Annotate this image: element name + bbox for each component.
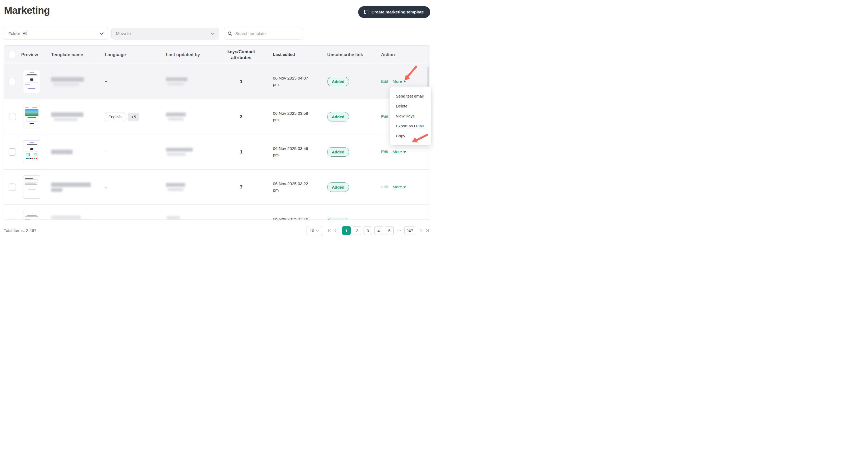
search-template-input[interactable] — [235, 31, 299, 36]
column-header-keys-contact-attributes: keys/Contact attributes — [217, 49, 266, 61]
chevron-down-icon — [99, 31, 104, 36]
previous-page-button[interactable] — [332, 226, 338, 235]
language-value: – — [105, 79, 107, 84]
menu-item-copy[interactable]: Copy — [390, 131, 431, 141]
template-preview-thumbnail[interactable] — [23, 105, 40, 128]
create-template-icon — [364, 9, 369, 15]
select-all-checkbox[interactable] — [9, 51, 16, 58]
page-button-1[interactable]: 1 — [342, 226, 351, 235]
move-to-label: Move to — [116, 31, 131, 36]
edit-link[interactable]: Edit — [381, 184, 388, 190]
caret-down-icon — [403, 151, 406, 153]
page-title: Marketing — [4, 5, 50, 16]
redacted-author — [166, 77, 217, 86]
row-checkbox[interactable] — [9, 78, 16, 85]
menu-item-delete[interactable]: Delete — [390, 101, 431, 111]
chevron-down-icon — [210, 31, 215, 36]
caret-down-icon — [403, 81, 406, 82]
keys-count: 3 — [217, 114, 266, 119]
last-page-button[interactable] — [424, 226, 430, 235]
page-button-last[interactable]: 247 — [404, 226, 415, 235]
search-template-box — [224, 28, 303, 39]
row-checkbox[interactable] — [9, 148, 16, 156]
keys-count: 1 — [217, 149, 266, 155]
template-preview-thumbnail[interactable] — [23, 211, 40, 220]
last-edited-date: 06 Nov 2025 03:16 pm — [273, 216, 313, 220]
table-row: English +5 3 06 Nov 2025 03:58 pm Added … — [4, 99, 430, 134]
more-link[interactable]: More — [393, 79, 406, 84]
folder-filter-select[interactable]: Folder All — [4, 28, 108, 39]
row-checkbox[interactable] — [9, 219, 16, 220]
template-preview-thumbnail[interactable] — [23, 70, 40, 93]
table-row: – 1 06 Nov 2025 04:07 pm Added Edit More — [4, 64, 430, 99]
column-header-language: Language — [101, 52, 160, 57]
keys-count: 1 — [217, 79, 266, 84]
table-row: – 1 06 Nov 2025 03:16 pm Added Edit More — [4, 204, 430, 220]
column-header-preview: Preview — [20, 52, 47, 57]
language-value: – — [105, 149, 107, 154]
unsubscribe-status-badge: Added — [327, 182, 349, 192]
edit-link[interactable]: Edit — [381, 114, 388, 119]
table-row: – 1 06 Nov 2025 03:46 pm Added Edit More — [4, 134, 430, 169]
redacted-template-name — [51, 77, 101, 86]
more-link[interactable]: More — [393, 184, 406, 190]
table-header-row: Preview Template name Language Last upda… — [4, 46, 430, 64]
last-edited-date: 06 Nov 2025 04:07 pm — [273, 75, 313, 88]
folder-filter-value: All — [23, 31, 27, 36]
unsubscribe-status-badge: Added — [327, 112, 349, 122]
next-page-button[interactable] — [418, 226, 424, 235]
edit-link[interactable]: Edit — [381, 79, 388, 84]
redacted-author — [166, 216, 217, 220]
column-header-action: Action — [376, 52, 430, 57]
chevron-down-icon — [316, 230, 319, 232]
language-value: – — [105, 184, 107, 190]
column-header-last-edited: Last edited — [266, 51, 319, 58]
row-checkbox[interactable] — [9, 183, 16, 191]
keys-count: 1 — [217, 220, 266, 220]
column-header-unsubscribe-link: Unsubscribe link — [319, 52, 376, 57]
language-more-chip[interactable]: +5 — [128, 112, 139, 121]
menu-item-view-keys[interactable]: View Keys — [390, 111, 431, 121]
keys-count: 7 — [217, 184, 266, 190]
column-header-template-name: Template name — [47, 52, 101, 57]
template-preview-thumbnail[interactable] — [23, 175, 40, 199]
pagination-ellipsis: ⋯ — [396, 228, 402, 233]
page-button-3[interactable]: 3 — [364, 226, 372, 235]
more-link[interactable]: More — [393, 149, 406, 154]
create-marketing-template-button[interactable]: Create marketing template — [358, 6, 430, 18]
redacted-template-name — [51, 182, 101, 192]
folder-filter-label: Folder — [8, 31, 20, 36]
page-button-2[interactable]: 2 — [353, 226, 362, 235]
pagination-bar: Total items: 2,467 10 1 2 3 4 5 ⋯ 247 — [4, 226, 430, 235]
last-edited-date: 06 Nov 2025 03:22 pm — [273, 180, 313, 194]
more-actions-menu: Send test email Delete View Keys Export … — [390, 87, 431, 145]
search-icon — [227, 31, 232, 36]
unsubscribe-status-badge: Added — [327, 77, 349, 86]
last-edited-date: 06 Nov 2025 03:46 pm — [273, 145, 313, 158]
row-checkbox[interactable] — [9, 113, 16, 121]
edit-link[interactable]: Edit — [381, 149, 388, 154]
unsubscribe-status-badge: Added — [327, 218, 349, 220]
redacted-author — [166, 112, 217, 121]
caret-down-icon — [403, 187, 406, 188]
filter-bar: Folder All Move to — [4, 28, 430, 39]
templates-table: Preview Template name Language Last upda… — [4, 45, 430, 220]
redacted-author — [166, 183, 217, 191]
last-edited-date: 06 Nov 2025 03:58 pm — [273, 110, 313, 123]
redacted-author — [166, 148, 217, 156]
redacted-template-name — [51, 215, 101, 220]
total-items-label: Total items: 2,467 — [4, 228, 36, 233]
move-to-select[interactable]: Move to — [111, 28, 219, 39]
page-button-4[interactable]: 4 — [374, 226, 383, 235]
menu-item-export-as-html[interactable]: Export as HTML — [390, 121, 431, 131]
table-row: – 7 06 Nov 2025 03:22 pm Added Edit More — [4, 169, 430, 204]
language-chip[interactable]: English — [105, 112, 125, 121]
unsubscribe-status-badge: Added — [327, 147, 349, 157]
page-button-5[interactable]: 5 — [385, 226, 394, 235]
redacted-template-name — [51, 112, 101, 121]
page-size-select[interactable]: 10 — [307, 226, 322, 235]
first-page-button[interactable] — [327, 226, 332, 235]
template-preview-thumbnail[interactable] — [23, 140, 40, 163]
menu-item-send-test-email[interactable]: Send test email — [390, 91, 431, 101]
column-header-last-updated-by: Last updated by — [160, 52, 217, 57]
